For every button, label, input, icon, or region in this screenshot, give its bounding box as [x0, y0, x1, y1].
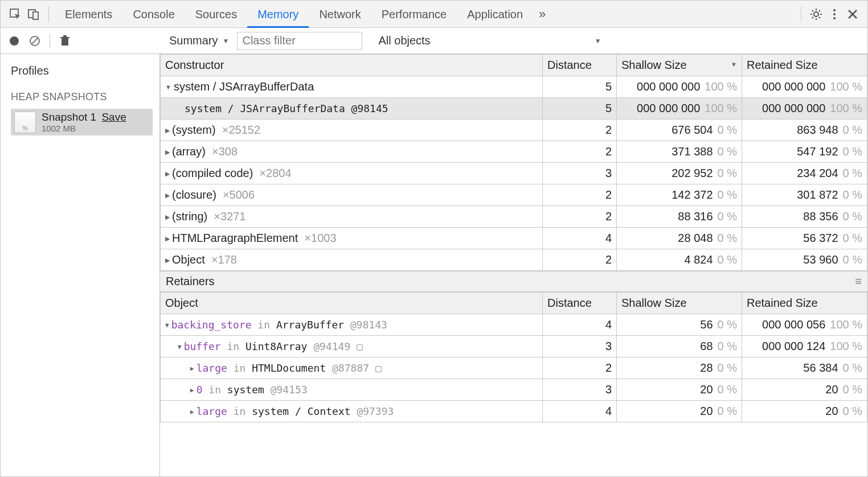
col-retained[interactable]: Retained Size: [742, 55, 867, 76]
col-shallow[interactable]: Shallow Size▼: [617, 55, 742, 76]
svg-rect-21: [60, 37, 69, 38]
table-row[interactable]: ▶HTMLParagraphElement ×1003428 0480 %56 …: [161, 228, 867, 249]
table-row[interactable]: ▶system / JSArrayBufferData @981455000 0…: [161, 98, 867, 120]
retained-cell: 200 %: [742, 401, 867, 422]
expand-down-icon[interactable]: ▼: [165, 84, 171, 91]
record-icon[interactable]: [6, 33, 22, 49]
instance-count: ×5006: [223, 188, 255, 201]
col-constructor[interactable]: Constructor: [161, 55, 543, 76]
expand-right-icon[interactable]: ▶: [165, 170, 170, 178]
retained-cell: 88 3560 %: [742, 206, 867, 228]
shallow-cell: 202 9520 %: [617, 163, 742, 184]
retainers-table: Object Distance Shallow Size Retained Si…: [160, 292, 867, 422]
tab-elements[interactable]: Elements: [55, 1, 122, 28]
devtools-tabbar: Elements Console Sources Memory Network …: [1, 1, 867, 28]
menu-icon[interactable]: ≡: [855, 275, 862, 288]
snapshot-size: 1002 MB: [42, 124, 149, 133]
constructor-name: system / JSArrayBufferData @98145: [185, 102, 388, 114]
inspect-icon[interactable]: [6, 5, 24, 23]
shallow-cell: 200 %: [617, 379, 742, 401]
table-row[interactable]: ▶Object ×17824 8240 %53 9600 %: [161, 249, 867, 271]
table-row[interactable]: ▶(string) ×3271288 3160 %88 3560 %: [161, 206, 867, 228]
tab-performance[interactable]: Performance: [371, 1, 457, 28]
kebab-icon[interactable]: [825, 5, 844, 23]
snapshot-item[interactable]: Snapshot 1 Save 1002 MB: [11, 109, 153, 135]
property-name: large: [196, 405, 227, 417]
expand-right-icon[interactable]: ▶: [190, 365, 194, 372]
allobjects-dropdown[interactable]: All objects ▼: [375, 34, 604, 47]
object-id: @87887: [326, 362, 369, 374]
expand-right-icon[interactable]: ▶: [190, 408, 194, 416]
table-row[interactable]: ▶0 in system @941533200 %200 %: [161, 379, 867, 401]
class-filter-input[interactable]: [237, 32, 362, 50]
snapshot-save-link[interactable]: Save: [101, 111, 126, 123]
shallow-cell: 280 %: [617, 357, 742, 379]
table-row[interactable]: ▶large in HTMLDocument @87887 ▢2280 %56 …: [161, 357, 867, 379]
distance-cell: 2: [543, 206, 617, 228]
chevron-down-icon: ▼: [595, 37, 601, 45]
dropdown-label: All objects: [378, 34, 430, 47]
trash-icon[interactable]: [57, 33, 73, 49]
view-dropdown[interactable]: Summary ▼: [166, 34, 232, 47]
more-tabs-icon[interactable]: »: [533, 5, 551, 23]
table-row[interactable]: ▶(array) ×3082371 3880 %547 1920 %: [161, 141, 867, 163]
close-icon[interactable]: [844, 5, 862, 23]
shallow-cell: 142 3720 %: [617, 184, 742, 206]
retained-cell: 863 9480 %: [742, 120, 867, 141]
retained-cell: 301 8720 %: [742, 184, 867, 206]
constructor-name: (compiled code): [172, 167, 253, 179]
clear-icon[interactable]: [27, 33, 43, 49]
property-name: large: [196, 362, 227, 374]
gear-icon[interactable]: [807, 5, 825, 23]
expand-right-icon[interactable]: ▶: [190, 386, 194, 394]
context-name: Uint8Array: [245, 340, 307, 352]
col-retained[interactable]: Retained Size: [742, 293, 867, 314]
expand-right-icon[interactable]: ▶: [165, 213, 170, 221]
heap-snapshots-heading: HEAP SNAPSHOTS: [11, 91, 153, 103]
expand-down-icon[interactable]: ▼: [178, 343, 182, 351]
shallow-cell: 371 3880 %: [617, 141, 742, 163]
svg-rect-20: [62, 38, 68, 46]
col-distance[interactable]: Distance: [543, 55, 617, 76]
retained-cell: 000 000 056100 %: [742, 314, 867, 336]
tab-memory[interactable]: Memory: [247, 1, 309, 28]
property-name: 0: [196, 384, 203, 396]
expand-down-icon[interactable]: ▼: [165, 322, 169, 329]
shallow-cell: 000 000 000100 %: [617, 76, 742, 98]
profiles-sidebar: Profiles HEAP SNAPSHOTS Snapshot 1 Save …: [1, 54, 160, 477]
context-name: system / Context: [252, 405, 350, 417]
snapshot-title: Snapshot 1 Save: [42, 111, 149, 124]
table-row[interactable]: ▶large in system / Context @973934200 %2…: [161, 401, 867, 422]
table-row[interactable]: ▼system / JSArrayBufferData5000 000 0001…: [161, 76, 867, 98]
snapshot-icon: [14, 112, 36, 133]
tab-sources[interactable]: Sources: [185, 1, 247, 28]
col-distance[interactable]: Distance: [543, 293, 617, 314]
col-shallow[interactable]: Shallow Size: [617, 293, 742, 314]
tab-application[interactable]: Application: [457, 1, 533, 28]
table-row[interactable]: ▼backing_store in ArrayBuffer @981434560…: [161, 314, 867, 336]
constructor-name: system / JSArrayBufferData: [174, 80, 314, 93]
table-row[interactable]: ▶(compiled code) ×28043202 9520 %234 204…: [161, 163, 867, 184]
distance-cell: 4: [543, 401, 617, 422]
expand-right-icon[interactable]: ▶: [165, 192, 170, 199]
shallow-cell: 000 000 000100 %: [617, 98, 742, 120]
expand-right-icon[interactable]: ▶: [165, 127, 170, 134]
table-row[interactable]: ▼buffer in Uint8Array @94149 ▢3680 %000 …: [161, 336, 867, 357]
retained-cell: 53 9600 %: [742, 249, 867, 271]
tab-network[interactable]: Network: [309, 1, 371, 28]
retained-cell: 000 000 000100 %: [742, 98, 867, 120]
table-row[interactable]: ▶(closure) ×50062142 3720 %301 8720 %: [161, 184, 867, 206]
separator: [801, 6, 801, 22]
tab-console[interactable]: Console: [122, 1, 185, 28]
expand-right-icon[interactable]: ▶: [165, 257, 170, 264]
shallow-cell: 88 3160 %: [617, 206, 742, 228]
profiles-heading: Profiles: [11, 64, 153, 77]
shallow-cell: 200 %: [617, 401, 742, 422]
retained-cell: 234 2040 %: [742, 163, 867, 184]
table-row[interactable]: ▶(system) ×251522676 5040 %863 9480 %: [161, 120, 867, 141]
expand-right-icon[interactable]: ▶: [165, 149, 170, 156]
col-object[interactable]: Object: [161, 293, 543, 314]
expand-right-icon[interactable]: ▶: [165, 235, 170, 242]
svg-point-14: [833, 17, 836, 19]
device-toggle-icon[interactable]: [24, 5, 43, 23]
